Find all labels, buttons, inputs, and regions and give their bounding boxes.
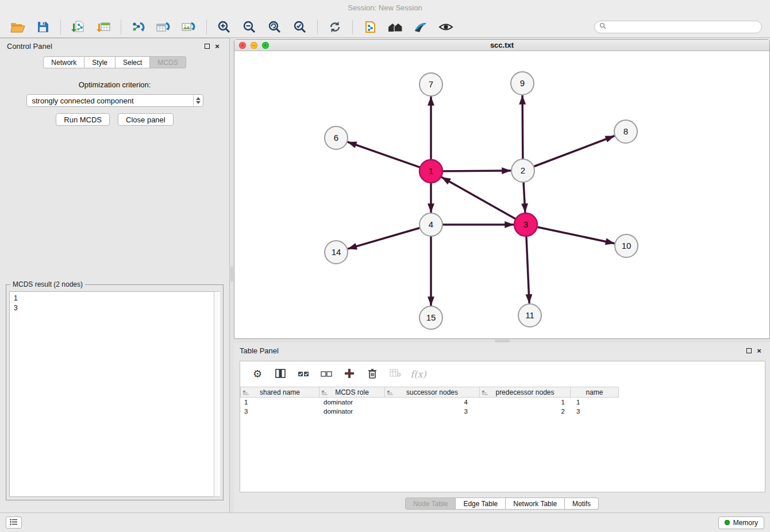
graph-edge-2-8[interactable]	[532, 136, 615, 168]
home-button[interactable]	[383, 18, 407, 36]
show-panel-list-button[interactable]	[6, 516, 22, 529]
graph-node-8[interactable]: 8	[614, 120, 637, 143]
graph-edge-3-11[interactable]	[526, 234, 529, 303]
zoom-out-button[interactable]	[237, 18, 261, 36]
tab-mcds[interactable]: MCDS	[150, 56, 186, 68]
close-panel-button[interactable]: ×	[212, 41, 222, 51]
save-session-button[interactable]	[31, 18, 55, 36]
tab-node-table[interactable]: Node Table	[405, 498, 456, 510]
close-panel-button[interactable]: ×	[754, 346, 764, 355]
graph-node-3[interactable]: 3	[514, 213, 537, 236]
splitter-handle[interactable]	[230, 267, 233, 282]
graph-node-10[interactable]: 10	[615, 234, 638, 257]
network-clipboard-button[interactable]	[358, 18, 382, 36]
cell-name[interactable]: 1	[571, 398, 619, 407]
tab-network[interactable]: Network	[43, 56, 84, 68]
tab-style[interactable]: Style	[84, 56, 116, 68]
tab-network-table[interactable]: Network Table	[506, 498, 565, 510]
delete-table-button[interactable]	[385, 365, 406, 383]
graph-node-9[interactable]: 9	[511, 72, 534, 95]
network-svg[interactable]: 7968124314101511	[234, 51, 769, 339]
delete-column-button[interactable]	[362, 365, 383, 383]
memory-status-icon	[725, 520, 730, 525]
float-panel-button[interactable]	[202, 41, 212, 51]
column-header-predecessor-nodes[interactable]: predecessor nodes	[480, 387, 571, 398]
zoom-selected-button[interactable]	[288, 18, 312, 36]
network-canvas[interactable]: 7968124314101511	[234, 51, 769, 339]
mcds-result-list[interactable]: 1 3	[9, 291, 220, 497]
import-table-button[interactable]	[91, 18, 116, 36]
result-line[interactable]: 1	[14, 294, 215, 303]
graph-edge-2-9[interactable]	[522, 95, 523, 161]
graph-edge-3-10[interactable]	[536, 227, 615, 244]
optimization-criterion-select[interactable]: strongly connected component	[26, 94, 203, 107]
column-header-shared-name[interactable]: shared name	[240, 387, 319, 398]
import-network-button[interactable]	[66, 18, 90, 36]
zoom-in-button[interactable]	[212, 18, 236, 36]
import-table-icon	[97, 21, 110, 33]
show-details-button[interactable]	[434, 18, 458, 36]
graph-node-1[interactable]: 1	[419, 160, 442, 183]
graph-node-7[interactable]: 7	[419, 73, 442, 96]
zoom-window-icon[interactable]: +	[262, 42, 269, 49]
deselect-all-button[interactable]	[316, 365, 337, 383]
table-row[interactable]: 1 dominator 4 1 1	[240, 398, 765, 407]
zoom-fit-button[interactable]	[263, 18, 287, 36]
cell-predecessor-nodes[interactable]: 1	[480, 398, 571, 407]
status-bar: Memory	[0, 512, 770, 532]
paint-style-button[interactable]	[409, 18, 433, 36]
graph-node-6[interactable]: 6	[325, 126, 348, 149]
graph-node-2[interactable]: 2	[511, 159, 534, 182]
select-columns-button[interactable]	[270, 365, 291, 383]
cell-name[interactable]: 3	[571, 407, 619, 416]
table-settings-button[interactable]: ⚙	[247, 365, 268, 383]
close-panel-action-button[interactable]: Close panel	[118, 113, 174, 126]
tab-select[interactable]: Select	[116, 56, 150, 68]
graph-edge-2-3[interactable]	[523, 180, 525, 213]
graph-node-11[interactable]: 11	[518, 304, 541, 327]
graph-edge-4-14[interactable]	[348, 228, 422, 249]
table-row[interactable]: 3 dominator 3 2 3	[240, 407, 765, 416]
graph-node-4[interactable]: 4	[419, 213, 442, 236]
memory-indicator-button[interactable]: Memory	[718, 516, 764, 529]
search-field[interactable]	[594, 21, 762, 33]
horizontal-splitter[interactable]	[234, 339, 770, 343]
graph-node-label: 2	[521, 165, 525, 175]
tab-motifs[interactable]: Motifs	[565, 498, 599, 510]
refresh-button[interactable]	[323, 18, 347, 36]
column-header-mcds-role[interactable]: MCDS role	[319, 387, 385, 398]
column-header-successor-nodes[interactable]: successor nodes	[385, 387, 480, 398]
float-panel-icon	[746, 348, 752, 353]
cell-predecessor-nodes[interactable]: 2	[480, 407, 571, 416]
result-line[interactable]: 3	[14, 303, 215, 313]
graph-node-15[interactable]: 15	[419, 306, 442, 329]
cell-mcds-role[interactable]: dominator	[319, 398, 385, 407]
graph-node-14[interactable]: 14	[325, 241, 348, 264]
result-scrollbar[interactable]	[214, 291, 220, 497]
cell-mcds-role[interactable]: dominator	[319, 407, 385, 416]
search-input[interactable]	[609, 23, 757, 31]
graph-edge-3-1[interactable]	[441, 177, 517, 219]
float-panel-button[interactable]	[744, 346, 754, 355]
splitter-handle[interactable]	[495, 340, 510, 342]
cell-shared-name[interactable]: 3	[240, 407, 319, 416]
graph-node-label: 7	[429, 79, 433, 89]
add-column-button[interactable]	[339, 365, 360, 383]
run-mcds-button[interactable]: Run MCDS	[56, 113, 110, 126]
function-builder-button[interactable]: f(x)	[408, 365, 429, 383]
graph-edge-1-2[interactable]	[441, 171, 511, 171]
vertical-splitter[interactable]	[230, 38, 234, 512]
select-all-button[interactable]	[293, 365, 314, 383]
graph-edge-1-6[interactable]	[348, 142, 422, 168]
column-header-name[interactable]: name	[571, 387, 619, 398]
export-table-button[interactable]	[152, 18, 176, 36]
open-session-button[interactable]	[6, 18, 30, 36]
export-network-button[interactable]	[126, 18, 151, 36]
cell-successor-nodes[interactable]: 3	[385, 407, 480, 416]
minimize-window-icon[interactable]: –	[251, 42, 257, 49]
cell-shared-name[interactable]: 1	[240, 398, 319, 407]
tab-edge-table[interactable]: Edge Table	[456, 498, 506, 510]
export-image-button[interactable]	[177, 18, 201, 36]
close-window-icon[interactable]: ×	[239, 42, 246, 49]
cell-successor-nodes[interactable]: 4	[385, 398, 480, 407]
